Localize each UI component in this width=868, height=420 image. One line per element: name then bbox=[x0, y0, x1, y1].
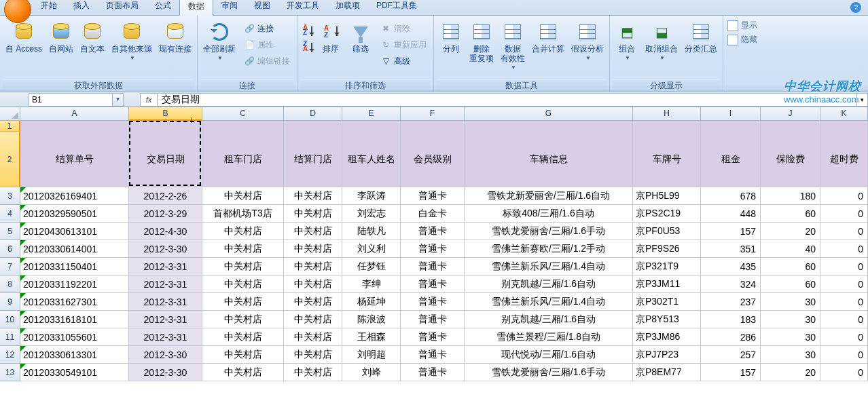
header-cell[interactable]: 保险费 bbox=[761, 132, 820, 187]
select-all-button[interactable] bbox=[0, 107, 20, 121]
data-cell[interactable]: 中关村店 bbox=[284, 311, 342, 328]
data-cell[interactable]: 20120326169401 bbox=[20, 187, 129, 205]
row-header[interactable]: 3 bbox=[0, 187, 20, 205]
data-cell[interactable]: 20120331192201 bbox=[20, 275, 129, 293]
sort-asc-button[interactable]: AZ bbox=[300, 22, 315, 37]
data-validation-button[interactable]: 数据 有效性▼ bbox=[498, 20, 528, 78]
data-cell[interactable]: 157 bbox=[701, 364, 761, 381]
data-cell[interactable]: 普通卡 bbox=[401, 293, 465, 311]
data-cell[interactable]: 2012-3-30 bbox=[129, 364, 202, 381]
header-cell[interactable]: 结算门店 bbox=[284, 132, 342, 187]
data-cell[interactable]: 中关村店 bbox=[284, 223, 342, 240]
data-cell[interactable]: 普通卡 bbox=[401, 258, 465, 275]
data-cell[interactable]: 0 bbox=[820, 205, 868, 223]
row-header[interactable]: 2 bbox=[0, 132, 20, 187]
data-cell[interactable]: 2012-3-31 bbox=[129, 293, 202, 311]
data-cell[interactable]: 中关村店 bbox=[284, 240, 342, 258]
data-cell[interactable]: 237 bbox=[701, 293, 761, 311]
data-cell[interactable]: 0 bbox=[820, 275, 868, 293]
from-web-button[interactable]: 自网站 bbox=[46, 20, 76, 78]
data-cell[interactable]: 普通卡 bbox=[401, 275, 465, 293]
data-cell[interactable]: 杨延坤 bbox=[342, 293, 401, 311]
row-header[interactable]: 4 bbox=[0, 205, 20, 223]
header-cell[interactable] bbox=[465, 121, 633, 132]
data-cell[interactable]: 20120430613101 bbox=[20, 223, 129, 240]
data-cell[interactable]: 0 bbox=[820, 328, 868, 346]
existing-connections-button[interactable]: 现有连接 bbox=[156, 20, 194, 78]
properties-button[interactable]: 📄属性 bbox=[242, 37, 291, 52]
ribbon-tab[interactable]: 开始 bbox=[33, 0, 65, 15]
data-cell[interactable]: 京PS2C19 bbox=[633, 205, 701, 223]
data-cell[interactable]: 陈浪波 bbox=[342, 311, 401, 328]
whatif-button[interactable]: 假设分析▼ bbox=[568, 20, 607, 78]
consolidate-button[interactable]: 合并计算 bbox=[529, 20, 567, 78]
header-cell[interactable] bbox=[633, 121, 701, 132]
data-cell[interactable]: 中关村店 bbox=[202, 311, 284, 328]
data-cell[interactable]: 中关村店 bbox=[202, 364, 284, 381]
data-cell[interactable]: 京PJ7P23 bbox=[633, 346, 701, 364]
header-cell[interactable]: 租车人姓名 bbox=[342, 132, 401, 187]
ribbon-tab[interactable]: 公式 bbox=[147, 0, 179, 15]
column-header[interactable]: H bbox=[633, 107, 701, 121]
data-cell[interactable]: 0 bbox=[820, 258, 868, 275]
data-cell[interactable]: 2012-3-31 bbox=[129, 258, 202, 275]
data-cell[interactable]: 2012-3-29 bbox=[129, 205, 202, 223]
data-cell[interactable]: 刘义利 bbox=[342, 240, 401, 258]
data-cell[interactable]: 李绅 bbox=[342, 275, 401, 293]
row-header[interactable]: 10 bbox=[0, 311, 20, 328]
data-cell[interactable]: 雪佛兰景程/三厢/1.8自动 bbox=[465, 328, 633, 346]
data-cell[interactable]: 刘明超 bbox=[342, 346, 401, 364]
subtotal-button[interactable]: 分类汇总 bbox=[682, 20, 720, 78]
header-cell[interactable] bbox=[129, 121, 202, 132]
column-header[interactable]: I bbox=[701, 107, 761, 121]
data-cell[interactable]: 中关村店 bbox=[284, 275, 342, 293]
column-header[interactable]: D bbox=[284, 107, 342, 121]
data-cell[interactable]: 20120330613301 bbox=[20, 346, 129, 364]
data-cell[interactable]: 别克凯越/三厢/1.6自动 bbox=[465, 311, 633, 328]
name-box-dropdown[interactable]: ▼ bbox=[112, 94, 123, 106]
row-header[interactable]: 9 bbox=[0, 293, 20, 311]
row-header[interactable]: 6 bbox=[0, 240, 20, 258]
connections-button[interactable]: 🔗连接 bbox=[242, 21, 291, 36]
data-cell[interactable]: 324 bbox=[701, 275, 761, 293]
row-header[interactable]: 1 bbox=[0, 121, 20, 132]
data-cell[interactable]: 李跃涛 bbox=[342, 187, 401, 205]
column-header[interactable]: C bbox=[202, 107, 284, 121]
data-cell[interactable]: 京P321T9 bbox=[633, 258, 701, 275]
data-cell[interactable]: 435 bbox=[701, 258, 761, 275]
data-cell[interactable]: 中关村店 bbox=[202, 328, 284, 346]
row-header[interactable]: 12 bbox=[0, 346, 20, 364]
formula-input[interactable]: 交易日期 bbox=[158, 93, 857, 107]
data-cell[interactable]: 0 bbox=[820, 364, 868, 381]
help-icon[interactable]: ? bbox=[850, 2, 861, 13]
fx-button[interactable]: fx bbox=[140, 93, 158, 107]
data-cell[interactable]: 京P302T1 bbox=[633, 293, 701, 311]
row-header[interactable]: 7 bbox=[0, 258, 20, 275]
data-cell[interactable]: 首都机场T3店 bbox=[202, 205, 284, 223]
data-cell[interactable]: 60 bbox=[761, 205, 820, 223]
data-cell[interactable]: 20120330549101 bbox=[20, 364, 129, 381]
hide-detail-button[interactable]: 隐藏 bbox=[727, 34, 757, 45]
advanced-filter-button[interactable]: ▽高级 bbox=[379, 54, 428, 69]
ribbon-tab[interactable]: 页面布局 bbox=[98, 0, 147, 15]
data-cell[interactable]: 0 bbox=[820, 223, 868, 240]
ribbon-tab[interactable]: 数据 bbox=[179, 0, 213, 16]
data-cell[interactable]: 中关村店 bbox=[202, 187, 284, 205]
data-cell[interactable]: 0 bbox=[820, 293, 868, 311]
data-cell[interactable]: 中关村店 bbox=[284, 293, 342, 311]
data-cell[interactable]: 40 bbox=[761, 240, 820, 258]
from-text-button[interactable]: 自文本 bbox=[77, 20, 107, 78]
data-cell[interactable]: 中关村店 bbox=[284, 364, 342, 381]
header-cell[interactable]: 车辆信息 bbox=[465, 132, 633, 187]
data-cell[interactable]: 普通卡 bbox=[401, 223, 465, 240]
data-cell[interactable]: 雪佛兰新乐风/三厢/1.4自动 bbox=[465, 293, 633, 311]
ribbon-tab[interactable]: 视图 bbox=[246, 0, 278, 15]
header-cell[interactable] bbox=[342, 121, 401, 132]
column-header[interactable]: K bbox=[820, 107, 868, 121]
data-cell[interactable]: 0 bbox=[820, 346, 868, 364]
data-cell[interactable]: 别克凯越/三厢/1.6自动 bbox=[465, 275, 633, 293]
data-cell[interactable]: 448 bbox=[701, 205, 761, 223]
data-cell[interactable]: 中关村店 bbox=[284, 346, 342, 364]
data-cell[interactable]: 2012-4-30 bbox=[129, 223, 202, 240]
data-cell[interactable]: 30 bbox=[761, 346, 820, 364]
